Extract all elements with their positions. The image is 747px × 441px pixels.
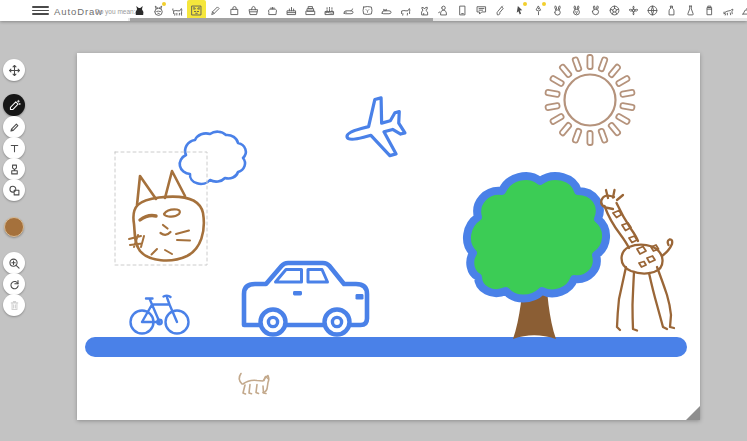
sparkle-dot [523, 2, 527, 6]
sun-drawing[interactable] [545, 55, 635, 145]
delete-tool[interactable] [3, 294, 25, 316]
tree-canopy [467, 176, 606, 298]
undo-tool[interactable] [3, 273, 25, 295]
autodraw-tool[interactable] [3, 94, 25, 116]
select-tool[interactable] [3, 59, 25, 81]
type-tool[interactable] [3, 137, 25, 159]
cat-face-drawing[interactable] [115, 152, 207, 265]
cloud-drawing[interactable] [180, 132, 246, 184]
suggestions-scrollbar-thumb[interactable] [130, 18, 433, 21]
menu-icon[interactable] [32, 4, 49, 17]
color-tool[interactable] [4, 217, 24, 237]
tree-drawing[interactable] [467, 176, 606, 339]
draw-tool[interactable] [3, 116, 25, 138]
sparkle-dot [542, 2, 546, 6]
top-bar: AutoDraw Do you mean: [0, 0, 747, 21]
shapes-tool[interactable] [3, 179, 25, 201]
road-drawing[interactable] [85, 337, 687, 357]
airplane-drawing[interactable] [340, 94, 410, 165]
small-cat-drawing[interactable] [239, 374, 269, 395]
sparkle-dot [162, 2, 166, 6]
zoom-tool[interactable] [3, 252, 25, 274]
car-drawing[interactable] [244, 263, 367, 335]
tool-palette [3, 0, 31, 441]
selection-box[interactable] [115, 152, 207, 265]
bicycle-drawing[interactable] [131, 296, 189, 334]
drawing-canvas[interactable] [77, 53, 700, 420]
canvas-resize-handle[interactable] [686, 406, 700, 420]
suggestions-scrollbar-track [128, 18, 747, 21]
giraffe-drawing[interactable] [601, 190, 674, 331]
fill-tool[interactable] [3, 158, 25, 180]
